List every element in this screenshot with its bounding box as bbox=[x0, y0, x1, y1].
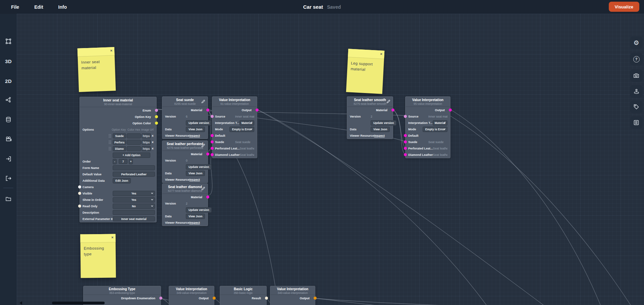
view-3d-button[interactable]: 3D bbox=[0, 55, 17, 67]
read-only-select[interactable]: No bbox=[113, 204, 155, 209]
port-material-out[interactable] bbox=[206, 195, 209, 199]
order-value[interactable]: 7 bbox=[119, 159, 127, 164]
port-default-in[interactable] bbox=[404, 134, 407, 137]
sticky-note-embossing[interactable]: × Embossing type bbox=[80, 234, 116, 278]
update-version-button[interactable]: Update version bbox=[371, 120, 396, 126]
port-output-out[interactable] bbox=[256, 108, 259, 112]
drag-handle-icon[interactable] bbox=[109, 134, 111, 138]
frame-tool-button[interactable] bbox=[0, 35, 17, 47]
interpretation-type-select[interactable]: Material bbox=[433, 120, 447, 126]
node-seat-leather-perforated[interactable]: Seat leather perforated 8276-seat-leathe… bbox=[162, 140, 208, 183]
port-perforated-in[interactable] bbox=[211, 147, 214, 150]
node-seat-leather-smooth[interactable]: Seat leather smooth 8275-seat-leather-sm… bbox=[347, 96, 393, 139]
port-output-out[interactable] bbox=[213, 297, 216, 300]
option-url-input[interactable]: https bbox=[142, 140, 151, 145]
view-2d-button[interactable]: 2D bbox=[0, 75, 17, 87]
node-basic-logic[interactable]: Basic Logic 350-basic-logic Result bbox=[220, 286, 267, 305]
database-button[interactable] bbox=[0, 114, 17, 126]
external-id-input[interactable]: Inner seat material bbox=[113, 216, 155, 221]
option-url-input[interactable]: https bbox=[142, 146, 151, 151]
sign-in-button[interactable] bbox=[0, 153, 17, 165]
option-key-input[interactable]: Diamo bbox=[113, 146, 126, 151]
view-json-button[interactable]: View Json bbox=[371, 127, 390, 132]
visualize-button[interactable]: Visualize bbox=[609, 2, 639, 12]
port-default-in[interactable] bbox=[211, 134, 214, 137]
option-hex-input[interactable] bbox=[127, 133, 141, 138]
port-material-out[interactable] bbox=[206, 152, 209, 156]
show-in-order-select[interactable]: Yes bbox=[113, 197, 155, 203]
port-visible-in[interactable] bbox=[78, 192, 81, 195]
node-inner-seat-material[interactable]: Inner seat material 90-inner-seat-materi… bbox=[79, 97, 157, 222]
sticky-note-inner-seat[interactable]: × Inner seat material bbox=[77, 47, 116, 92]
update-version-button[interactable]: Update version bbox=[186, 164, 212, 170]
inspect-link[interactable]: Inspect bbox=[374, 134, 385, 137]
option-key-input[interactable]: Suede bbox=[113, 133, 126, 138]
visible-select[interactable]: Yes bbox=[113, 191, 155, 196]
option-hex-input[interactable] bbox=[127, 140, 141, 145]
port-suede-in[interactable] bbox=[404, 140, 407, 143]
port-suede-in[interactable] bbox=[211, 140, 214, 143]
port-source-in[interactable] bbox=[404, 115, 407, 118]
files-button[interactable] bbox=[0, 193, 17, 205]
menu-info[interactable]: Info bbox=[58, 4, 67, 10]
option-url-input[interactable]: https bbox=[142, 133, 151, 138]
node-seat-leather-diamond[interactable]: Seat leather diamond 8277-seat-leather-d… bbox=[162, 183, 208, 226]
edit-icon[interactable] bbox=[201, 186, 205, 192]
update-version-button[interactable]: Update version bbox=[186, 207, 212, 213]
mode-select[interactable]: Empty is Error bbox=[229, 127, 254, 132]
screenshot-button[interactable] bbox=[630, 69, 643, 82]
port-option-color-out[interactable] bbox=[155, 122, 158, 125]
option-key-input[interactable]: Perfora bbox=[113, 140, 126, 145]
edit-json-button[interactable]: Edit Json bbox=[113, 178, 131, 183]
edit-icon[interactable] bbox=[201, 143, 205, 149]
node-seat-suede[interactable]: Seat suede 8295-seat-suede Material Vers… bbox=[162, 96, 208, 139]
graph-tool-button[interactable] bbox=[0, 94, 17, 106]
scrollbar-left-arrow[interactable] bbox=[19, 301, 22, 305]
node-value-interpretation-95[interactable]: Value Interpretation 95-value-interpreta… bbox=[405, 96, 450, 158]
inspect-link[interactable]: Inspect bbox=[189, 178, 200, 181]
description-input[interactable] bbox=[113, 210, 155, 215]
settings-button[interactable]: ⚙ bbox=[630, 36, 643, 49]
add-option-button[interactable]: + Add Option bbox=[113, 152, 150, 158]
order-decrement-button[interactable]: - bbox=[113, 159, 117, 164]
order-increment-button[interactable]: + bbox=[129, 159, 133, 164]
remove-option-icon[interactable]: × bbox=[152, 134, 154, 138]
node-value-interpretation-91[interactable]: Value Interpretation 91-value-interpreta… bbox=[212, 96, 257, 158]
option-hex-input[interactable] bbox=[127, 146, 141, 151]
close-icon[interactable]: × bbox=[111, 235, 114, 240]
mode-select[interactable]: Empty is Error bbox=[423, 127, 447, 132]
help-button[interactable]: ? bbox=[630, 53, 643, 66]
menu-edit[interactable]: Edit bbox=[34, 4, 43, 10]
sticky-note-leg-support[interactable]: × Leg support material bbox=[346, 49, 385, 94]
view-json-button[interactable]: View Json bbox=[186, 127, 205, 132]
port-result-out[interactable] bbox=[265, 297, 268, 300]
inspect-link[interactable]: Inspect bbox=[189, 134, 200, 137]
inspect-link[interactable]: Inspect bbox=[189, 221, 200, 224]
port-option-key-out[interactable] bbox=[155, 115, 158, 118]
drag-handle-icon[interactable] bbox=[109, 147, 111, 150]
port-material-out[interactable] bbox=[391, 108, 394, 112]
tags-button[interactable] bbox=[630, 100, 643, 113]
default-value-input[interactable]: Perforated Leather bbox=[113, 172, 155, 177]
interpretation-type-select[interactable]: Material bbox=[239, 120, 254, 126]
remove-option-icon[interactable]: × bbox=[152, 147, 154, 150]
list-panel-button[interactable] bbox=[630, 116, 643, 129]
remove-option-icon[interactable]: × bbox=[152, 140, 154, 144]
port-perforated-in[interactable] bbox=[404, 147, 407, 150]
node-value-interpretation-349[interactable]: Value Interpretation 349-value-interpret… bbox=[169, 286, 214, 305]
port-material-out[interactable] bbox=[206, 108, 209, 112]
view-json-button[interactable]: View Json bbox=[186, 171, 205, 176]
port-diamond-in[interactable] bbox=[211, 153, 214, 156]
port-dropdown-enumeration-out[interactable] bbox=[159, 297, 162, 300]
edit-icon[interactable] bbox=[201, 99, 205, 105]
form-name-input[interactable] bbox=[113, 165, 155, 170]
viewpoint-button[interactable] bbox=[630, 85, 643, 98]
camera-tool-button[interactable] bbox=[0, 133, 17, 145]
close-icon[interactable]: × bbox=[380, 51, 382, 56]
close-icon[interactable]: × bbox=[110, 48, 112, 53]
port-camera-in[interactable] bbox=[78, 185, 81, 188]
edit-icon[interactable] bbox=[386, 99, 390, 105]
view-json-button[interactable]: View Json bbox=[186, 214, 205, 219]
update-version-button[interactable]: Update version bbox=[186, 120, 212, 126]
port-source-in[interactable] bbox=[211, 115, 214, 118]
